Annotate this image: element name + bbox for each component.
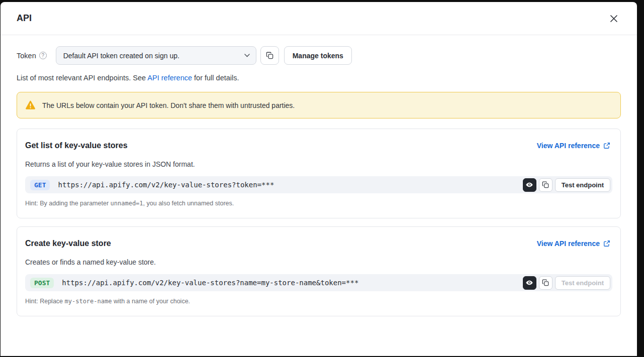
intro-before: List of most relevant API endpoints. See [17, 74, 147, 82]
endpoint-hint: Hint: By adding the parameter unnamed=1,… [25, 200, 612, 207]
method-badge: POST [30, 278, 54, 288]
endpoint-row: POST https://api.apify.com/v2/key-value-… [25, 274, 612, 291]
modal-body: Token ? Default API token created on sig… [1, 35, 637, 356]
copy-icon [266, 52, 273, 59]
hint-code: unnamed=1 [111, 200, 143, 207]
card-description: Creates or finds a named key-value store… [25, 258, 612, 266]
external-link-icon [603, 142, 610, 149]
token-select[interactable]: Default API token created on sign up. [56, 46, 256, 65]
copy-icon [542, 181, 549, 188]
warning-text: The URLs below contain your API token. D… [42, 101, 295, 109]
view-api-reference-link[interactable]: View API reference [537, 142, 610, 150]
test-endpoint-button[interactable]: Test endpoint [555, 276, 610, 290]
copy-url-button[interactable] [539, 178, 553, 192]
hint-code: my-store-name [65, 298, 112, 305]
copy-token-button[interactable] [260, 46, 279, 65]
endpoint-actions: Test endpoint [523, 276, 610, 290]
copy-icon [542, 279, 549, 286]
chevron-down-icon [244, 54, 250, 57]
hint-before: Hint: Replace [25, 298, 65, 305]
eye-icon [525, 181, 533, 189]
method-badge: GET [30, 180, 50, 190]
copy-url-button[interactable] [539, 276, 553, 290]
reveal-token-button[interactable] [523, 178, 536, 192]
endpoint-url: https://api.apify.com/v2/key-value-store… [58, 181, 522, 189]
warning-icon [25, 100, 36, 110]
hint-after: with a name of your choice. [112, 298, 190, 305]
view-api-reference-link[interactable]: View API reference [537, 240, 610, 248]
close-button[interactable] [607, 12, 621, 26]
intro-text: List of most relevant API endpoints. See… [17, 74, 621, 82]
test-endpoint-button[interactable]: Test endpoint [555, 178, 610, 192]
endpoint-url: https://api.apify.com/v2/key-value-store… [62, 279, 522, 287]
api-modal: API Token ? Default API token created on… [1, 2, 637, 356]
page-title: API [17, 13, 32, 24]
help-icon[interactable]: ? [39, 52, 47, 59]
view-api-reference-label: View API reference [537, 142, 600, 150]
token-label: Token [17, 52, 36, 60]
endpoint-card-get-list: Get list of key-value stores View API re… [17, 129, 621, 218]
card-title: Create key-value store [25, 239, 111, 248]
endpoint-hint: Hint: Replace my-store-name with a name … [25, 298, 612, 305]
endpoint-actions: Test endpoint [523, 178, 610, 192]
reveal-token-button[interactable] [523, 276, 536, 290]
manage-tokens-button[interactable]: Manage tokens [284, 46, 352, 65]
hint-before: Hint: By adding the parameter [25, 200, 111, 207]
view-api-reference-label: View API reference [537, 240, 600, 248]
card-head: Get list of key-value stores View API re… [25, 141, 612, 150]
card-title: Get list of key-value stores [25, 141, 128, 150]
close-icon [610, 15, 618, 23]
api-reference-link[interactable]: API reference [147, 74, 192, 82]
eye-icon [525, 279, 533, 287]
endpoint-row: GET https://api.apify.com/v2/key-value-s… [25, 176, 612, 193]
warning-banner: The URLs below contain your API token. D… [17, 92, 621, 118]
token-select-value: Default API token created on sign up. [63, 52, 179, 60]
card-description: Returns a list of your key-value stores … [25, 160, 612, 168]
card-head: Create key-value store View API referenc… [25, 239, 612, 248]
hint-after: , you also fetch unnamed stores. [143, 200, 234, 207]
token-row: Token ? Default API token created on sig… [17, 46, 621, 65]
modal-header: API [1, 2, 637, 35]
endpoint-card-create-store: Create key-value store View API referenc… [17, 226, 621, 316]
external-link-icon [603, 240, 610, 247]
intro-after: for full details. [192, 74, 239, 82]
